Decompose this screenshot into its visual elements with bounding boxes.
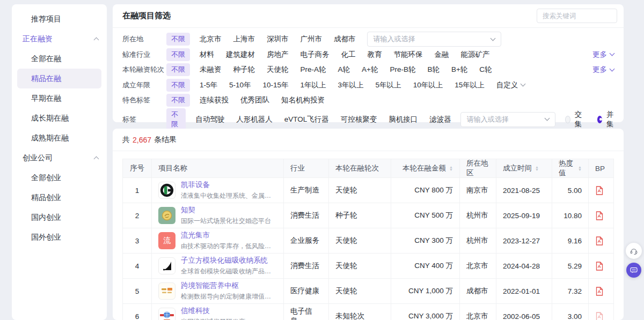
filter-chip-unlimited[interactable]: 不限	[166, 79, 190, 92]
support-button[interactable]	[626, 243, 642, 259]
pdf-file-icon[interactable]	[595, 186, 603, 195]
project-logo[interactable]	[158, 308, 175, 320]
project-logo[interactable]: 流	[158, 232, 175, 249]
filter-option[interactable]: 3年以上	[332, 79, 370, 92]
sidebar-item-premium-fundraising[interactable]: 精品在融	[17, 69, 101, 88]
col-region: 所在地区	[460, 159, 496, 177]
filter-option[interactable]: 节能环保	[388, 48, 429, 61]
project-name-link[interactable]: 子立方模块化磁吸收纳系统	[181, 256, 277, 265]
sidebar-item-premium-startups[interactable]: 精品创业	[12, 188, 107, 207]
filter-chip-unlimited[interactable]: 不限	[166, 108, 186, 131]
pdf-file-icon[interactable]	[595, 236, 603, 245]
filter-option[interactable]: 建筑建材	[220, 48, 261, 61]
pdf-file-icon[interactable]	[595, 312, 603, 320]
filter-option[interactable]: 连续获投	[194, 94, 235, 107]
filter-option[interactable]: 材料	[194, 48, 220, 61]
filter-option[interactable]: 5年以上	[370, 79, 407, 92]
filter-panel: 在融项目筛选 所在地 不限 北京市 上海市 深圳市 广州市 成都市 请输入或选择…	[113, 4, 624, 122]
filter-option[interactable]: 天使轮	[261, 63, 295, 76]
filter-option[interactable]: 上海市	[228, 33, 261, 46]
headset-icon	[630, 247, 638, 255]
project-name-link[interactable]: 知契	[181, 205, 277, 215]
sidebar-item-all-fundraising[interactable]: 全部在融	[12, 49, 107, 69]
radio-on-icon	[597, 116, 602, 123]
filter-option[interactable]: eVTOL飞行器	[279, 113, 335, 126]
project-name-link[interactable]: 信维科技	[181, 306, 277, 316]
radio-intersection[interactable]: 交集	[565, 110, 584, 129]
sidebar-section-fundraising[interactable]: 正在融资	[12, 29, 107, 49]
filter-chip-unlimited[interactable]: 不限	[166, 48, 190, 61]
filter-option[interactable]: 15年以上	[449, 79, 491, 92]
filter-option[interactable]: 房地产	[261, 48, 295, 61]
sidebar-item-growth-fundraising[interactable]: 成长期在融	[12, 108, 107, 128]
filter-option[interactable]: 知名机构投资	[275, 94, 331, 107]
filter-option[interactable]: 10年以上	[407, 79, 449, 92]
pdf-file-icon[interactable]	[595, 262, 603, 271]
filter-option[interactable]: 1-5年	[194, 79, 223, 92]
filter-option[interactable]: 自动驾驶	[189, 113, 230, 126]
more-button[interactable]: 更多	[592, 65, 614, 75]
project-logo[interactable]	[158, 282, 175, 300]
sidebar-item-recommended[interactable]: 推荐项目	[12, 9, 107, 29]
project-name-link[interactable]: 流光集市	[181, 230, 277, 240]
filter-option[interactable]: 人形机器人	[230, 113, 279, 126]
filter-option[interactable]: 未融资	[194, 63, 228, 76]
filter-option[interactable]: 1年以上	[295, 79, 332, 92]
filter-option[interactable]: B轮	[421, 63, 445, 76]
search-input[interactable]	[537, 9, 617, 23]
filter-option[interactable]: 可控核聚变	[335, 113, 383, 126]
filter-option[interactable]: 10-15年	[257, 79, 295, 92]
filter-option[interactable]: 教育	[362, 48, 388, 61]
project-logo[interactable]	[158, 257, 175, 274]
custom-range-button[interactable]: 自定义	[491, 79, 531, 92]
filter-option[interactable]: 金融	[429, 48, 455, 61]
project-logo[interactable]	[158, 207, 175, 224]
filter-option[interactable]: 北京市	[194, 33, 228, 46]
cell-bp	[589, 254, 612, 278]
pdf-file-icon[interactable]	[595, 211, 603, 220]
filter-option[interactable]: Pre-B轮	[384, 63, 421, 76]
sidebar-item-domestic-startups[interactable]: 国内创业	[12, 207, 107, 227]
sidebar-section-startups[interactable]: 创业公司	[12, 148, 107, 168]
sort-arrows-icon[interactable]: ▲▼	[578, 166, 582, 172]
filter-option[interactable]: 广州市	[295, 33, 328, 46]
chat-button[interactable]	[626, 263, 641, 278]
sidebar-item-all-startups[interactable]: 全部创业	[12, 168, 107, 188]
filter-option[interactable]: A+轮	[356, 63, 384, 76]
filter-option[interactable]: 滤波器	[423, 113, 457, 126]
filter-option[interactable]: A轮	[332, 63, 356, 76]
pdf-file-icon[interactable]	[595, 287, 603, 296]
filter-option[interactable]: B+轮	[445, 63, 473, 76]
filter-chip-unlimited[interactable]: 不限	[166, 63, 190, 76]
project-name-link[interactable]: 凯菲设备	[181, 180, 277, 190]
tag-select[interactable]: 请输入或选择	[460, 112, 555, 127]
sidebar-item-mature-fundraising[interactable]: 成熟期在融	[12, 128, 107, 148]
filter-option[interactable]: 种子轮	[228, 63, 261, 76]
filter-option[interactable]: 深圳市	[261, 33, 295, 46]
filter-option[interactable]: Pre-A轮	[295, 63, 332, 76]
sort-arrows-icon[interactable]: ▲▼	[449, 166, 453, 172]
more-button[interactable]: 更多	[592, 50, 614, 59]
filter-option[interactable]: 电子商务	[295, 48, 335, 61]
radio-union[interactable]: 并集	[597, 110, 617, 129]
filter-option[interactable]: 化工	[335, 48, 362, 61]
sidebar-item-overseas-startups[interactable]: 国外创业	[12, 227, 107, 247]
cell-founded: 2025-09-19	[496, 203, 552, 228]
more-label: 更多	[592, 50, 607, 59]
sort-arrows-icon[interactable]: ▲▼	[535, 166, 539, 172]
project-logo[interactable]	[158, 182, 175, 199]
filter-option[interactable]: C轮	[473, 63, 497, 76]
filter-option[interactable]: 5-10年	[223, 79, 257, 92]
filter-row-industry: 鲸准行业 不限 材料 建筑建材 房地产 电子商务 化工 教育 节能环保 金融 能…	[122, 47, 616, 63]
sidebar-item-early-fundraising[interactable]: 早期在融	[12, 88, 107, 108]
project-name-link[interactable]: 跨境智能营养中枢	[181, 281, 277, 291]
filter-option[interactable]: 优秀团队	[235, 94, 275, 107]
filter-option[interactable]: 能源矿产	[455, 48, 496, 61]
filter-chip-unlimited[interactable]: 不限	[166, 94, 190, 107]
table-row: 4 子立方模块化磁吸收纳系统 全球首创模块化磁吸收纳产品，致力于重... 消费生…	[123, 253, 613, 278]
filter-option[interactable]: 成都市	[328, 33, 362, 46]
filter-chip-unlimited[interactable]: 不限	[166, 33, 190, 46]
location-select[interactable]: 请输入或选择	[367, 32, 501, 47]
filter-option[interactable]: 脑机接口	[383, 113, 423, 126]
col-heat: 热度值 ▲▼	[552, 159, 589, 177]
